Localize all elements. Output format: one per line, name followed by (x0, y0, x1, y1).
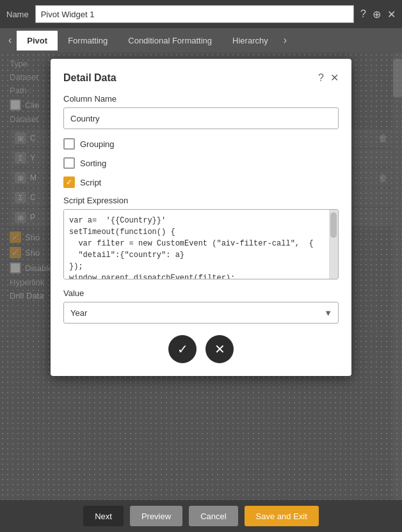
bottom-bar: Next Preview Cancel Save and Exit (0, 500, 402, 532)
value-select[interactable]: Year Month Country (63, 302, 339, 324)
grouping-checkbox[interactable] (63, 138, 75, 150)
name-label: Name (6, 10, 29, 19)
script-expression-wrapper: var a= '{{Country}}' setTimeout(function… (63, 209, 339, 279)
x-icon: ✕ (214, 341, 225, 357)
tab-pivot[interactable]: Pivot (17, 31, 58, 51)
preview-button[interactable]: Preview (130, 506, 182, 526)
grouping-row: Grouping (63, 138, 339, 150)
column-name-label: Column Name (63, 94, 339, 104)
top-bar: Name ? ⊕ ✕ (0, 0, 402, 28)
script-checkbox[interactable]: ✓ (63, 176, 75, 188)
cancel-button[interactable]: Cancel (189, 506, 237, 526)
main-area: Type Dataset Pivot W Path : Clie Dataset… (0, 52, 402, 500)
script-row: ✓ Script (63, 176, 339, 188)
modal-actions: ✓ ✕ (63, 335, 339, 363)
script-expression-textarea[interactable]: var a= '{{Country}}' setTimeout(function… (64, 210, 329, 279)
move-icon[interactable]: ⊕ (373, 8, 381, 20)
modal-close-button[interactable]: ✕ (330, 72, 339, 84)
column-name-input[interactable] (63, 107, 339, 129)
script-label: Script (80, 178, 101, 187)
widget-name-input[interactable] (35, 5, 354, 23)
value-label: Value (63, 288, 339, 298)
tab-next-arrow[interactable]: › (278, 35, 292, 46)
script-scrollbar-thumb (330, 212, 337, 238)
modal-header-icons: ? ✕ (318, 72, 339, 84)
checkmark-icon: ✓ (177, 341, 188, 357)
next-button[interactable]: Next (83, 506, 124, 526)
script-scrollbar[interactable] (329, 210, 338, 279)
sorting-checkbox[interactable] (63, 157, 75, 169)
sorting-row: Sorting (63, 157, 339, 169)
modal-title: Detail Data (63, 72, 117, 84)
help-icon[interactable]: ? (360, 8, 366, 20)
save-exit-button[interactable]: Save and Exit (245, 506, 319, 526)
tab-conditional-formatting[interactable]: Conditional Formatting (118, 31, 222, 51)
tab-bar: ‹ Pivot Formatting Conditional Formattin… (0, 28, 402, 52)
modal-help-button[interactable]: ? (318, 72, 324, 84)
cancel-button[interactable]: ✕ (205, 335, 234, 363)
top-bar-icons: ? ⊕ ✕ (360, 8, 396, 20)
script-expression-label: Script Expression (63, 196, 339, 205)
tab-prev-arrow[interactable]: ‹ (3, 35, 17, 46)
tab-formatting[interactable]: Formatting (58, 31, 118, 51)
close-icon[interactable]: ✕ (387, 8, 396, 20)
detail-data-modal: Detail Data ? ✕ Column Name Grouping Sor… (51, 59, 351, 376)
grouping-label: Grouping (80, 139, 114, 149)
modal-overlay: Detail Data ? ✕ Column Name Grouping Sor… (0, 52, 402, 500)
confirm-button[interactable]: ✓ (168, 335, 197, 363)
modal-header: Detail Data ? ✕ (63, 72, 339, 84)
tab-hierarchy[interactable]: Hierarchy (222, 31, 278, 51)
sorting-label: Sorting (80, 159, 106, 168)
value-select-wrapper: Year Month Country ▼ (63, 302, 339, 324)
